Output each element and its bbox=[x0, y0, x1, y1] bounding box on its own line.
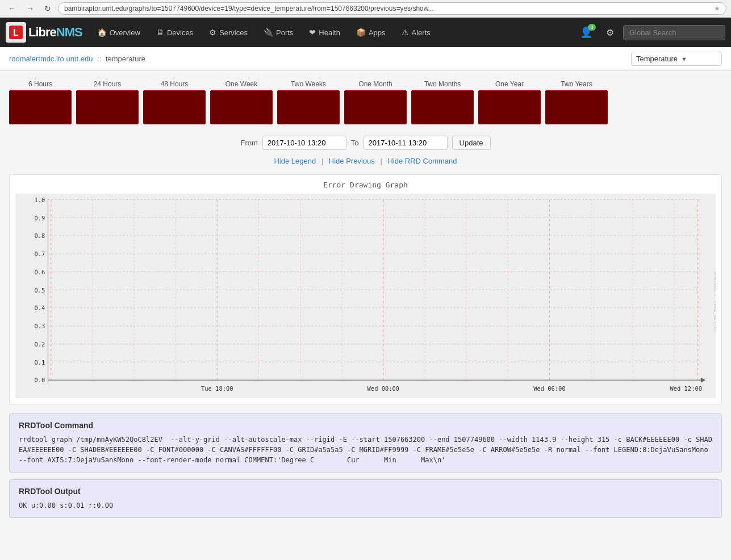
home-icon: 🏠 bbox=[97, 28, 107, 37]
main-content: 6 Hours 24 Hours 48 Hours One Week Two W… bbox=[0, 71, 731, 534]
svg-text:0.1: 0.1 bbox=[34, 359, 45, 366]
from-date-input[interactable] bbox=[262, 136, 346, 150]
nav-services[interactable]: ⚙ Services bbox=[202, 24, 254, 40]
user-badge: 0 bbox=[588, 24, 596, 31]
svg-text:RRDTOOL / TOOL GETTER: RRDTOOL / TOOL GETTER bbox=[713, 271, 716, 333]
rrdtool-output-section: RRDTool Output OK u:0.00 s:0.01 r:0.00 bbox=[9, 479, 722, 518]
from-label: From bbox=[241, 139, 258, 147]
rrdtool-command-section: RRDTool Command rrdtool graph /tmp/mnAyK… bbox=[9, 413, 722, 473]
time-range-label: Two Weeks bbox=[291, 80, 326, 88]
health-icon: ❤ bbox=[309, 28, 316, 37]
global-search-input[interactable] bbox=[623, 25, 725, 40]
nav-ports[interactable]: 🔌 Ports bbox=[257, 24, 300, 40]
time-range-label: Two Months bbox=[424, 80, 461, 88]
hide-previous-link[interactable]: Hide Previous bbox=[329, 157, 375, 165]
time-range-thumb bbox=[210, 90, 273, 124]
time-range-item[interactable]: Two Months bbox=[411, 80, 474, 124]
brand-text: LibreNMS bbox=[28, 25, 82, 40]
graph-title: Error Drawing Graph bbox=[15, 181, 716, 189]
settings-icon-btn[interactable]: ⚙ bbox=[601, 24, 619, 41]
breadcrumb-bar: roomalertmdc.ito.umt.edu :: temperature … bbox=[0, 47, 731, 71]
breadcrumb-separator: :: bbox=[97, 55, 101, 63]
time-range-item[interactable]: 6 Hours bbox=[9, 80, 72, 124]
services-icon: ⚙ bbox=[209, 28, 216, 37]
breadcrumb: roomalertmdc.ito.umt.edu :: temperature bbox=[9, 55, 145, 63]
time-range-item[interactable]: Two Years bbox=[545, 80, 608, 124]
back-button[interactable]: ← bbox=[5, 3, 19, 14]
chevron-down-icon: ▼ bbox=[681, 56, 717, 62]
update-button[interactable]: Update bbox=[452, 136, 491, 150]
svg-text:Wed 00:00: Wed 00:00 bbox=[367, 385, 400, 392]
time-range-item[interactable]: 48 Hours bbox=[143, 80, 206, 124]
dropdown-value: Temperature bbox=[636, 55, 678, 63]
nav-devices[interactable]: 🖥 Devices bbox=[149, 24, 200, 40]
time-range-item[interactable]: One Month bbox=[344, 80, 407, 124]
url-text: bambiraptor.umt.edu/graphs/to=1507749600… bbox=[64, 5, 434, 12]
device-link[interactable]: roomalertmdc.ito.umt.edu bbox=[9, 55, 93, 63]
nav-overview[interactable]: 🏠 Overview bbox=[90, 24, 147, 40]
sep-1: | bbox=[321, 157, 323, 165]
rrdtool-command-heading: RRDTool Command bbox=[19, 421, 712, 430]
svg-text:0.5: 0.5 bbox=[34, 287, 45, 294]
alerts-icon: ⚠ bbox=[402, 28, 409, 37]
breadcrumb-page: temperature bbox=[106, 55, 145, 63]
to-date-input[interactable] bbox=[364, 136, 448, 150]
svg-text:0.9: 0.9 bbox=[34, 215, 45, 222]
rrdtool-output-text: OK u:0.00 s:0.01 r:0.00 bbox=[19, 500, 712, 511]
settings-icon: ⚙ bbox=[606, 28, 614, 37]
svg-text:Tue 18:00: Tue 18:00 bbox=[201, 385, 233, 392]
svg-text:0.0: 0.0 bbox=[34, 377, 45, 383]
svg-text:0.7: 0.7 bbox=[34, 250, 45, 257]
logo-icon: L bbox=[6, 22, 26, 43]
nav-alerts-label: Alerts bbox=[412, 28, 431, 37]
time-range-thumb bbox=[9, 90, 72, 124]
navbar-right: 👤 0 ⚙ bbox=[575, 23, 725, 42]
hide-rrd-link[interactable]: Hide RRD Command bbox=[387, 157, 457, 165]
rrdtool-command-text[interactable]: rrdtool graph /tmp/mnAyKW52QoC8l2EV --al… bbox=[19, 434, 712, 465]
time-range-thumb bbox=[344, 90, 407, 124]
date-range-form: From To Update bbox=[9, 136, 722, 150]
type-dropdown[interactable]: Temperature ▼ bbox=[631, 52, 722, 66]
ports-icon: 🔌 bbox=[264, 28, 273, 37]
bookmark-icon: ★ bbox=[714, 5, 720, 12]
brand-logo[interactable]: L LibreNMS bbox=[6, 22, 82, 43]
time-range-label: 48 Hours bbox=[161, 80, 189, 88]
graph-svg: 1.0 0.9 0.8 0.7 0.6 0.5 0.4 0.3 0.2 0.1 … bbox=[15, 194, 716, 398]
svg-text:Wed 06:00: Wed 06:00 bbox=[533, 385, 566, 392]
graph-area: 1.0 0.9 0.8 0.7 0.6 0.5 0.4 0.3 0.2 0.1 … bbox=[15, 194, 716, 398]
nav-overview-label: Overview bbox=[110, 28, 140, 37]
svg-text:0.6: 0.6 bbox=[34, 269, 45, 275]
to-label: To bbox=[351, 139, 359, 147]
time-range-thumb bbox=[76, 90, 139, 124]
time-range-label: One Year bbox=[495, 80, 524, 88]
time-range-item[interactable]: One Week bbox=[210, 80, 273, 124]
svg-text:0.2: 0.2 bbox=[34, 341, 45, 348]
reload-button[interactable]: ↻ bbox=[41, 3, 55, 14]
time-range-thumb bbox=[411, 90, 474, 124]
nav-alerts[interactable]: ⚠ Alerts bbox=[395, 24, 437, 40]
time-range-item[interactable]: Two Weeks bbox=[277, 80, 340, 124]
time-range-thumb bbox=[277, 90, 340, 124]
nav-apps[interactable]: 📦 Apps bbox=[349, 24, 392, 40]
svg-text:L: L bbox=[13, 28, 19, 37]
nav-health[interactable]: ❤ Health bbox=[302, 24, 347, 40]
svg-rect-2 bbox=[15, 194, 716, 398]
navbar: L LibreNMS 🏠 Overview 🖥 Devices ⚙ Servic… bbox=[0, 18, 731, 47]
time-range-label: One Week bbox=[225, 80, 257, 88]
time-ranges: 6 Hours 24 Hours 48 Hours One Week Two W… bbox=[9, 80, 722, 124]
time-range-item[interactable]: One Year bbox=[478, 80, 541, 124]
nav-apps-label: Apps bbox=[369, 28, 386, 37]
hide-legend-link[interactable]: Hide Legend bbox=[274, 157, 316, 165]
user-icon-btn[interactable]: 👤 0 bbox=[575, 23, 597, 42]
time-range-thumb bbox=[143, 90, 206, 124]
forward-button[interactable]: → bbox=[23, 3, 37, 14]
rrdtool-output-heading: RRDTool Output bbox=[19, 487, 712, 496]
legend-links: Hide Legend | Hide Previous | Hide RRD C… bbox=[9, 157, 722, 165]
time-range-label: 6 Hours bbox=[28, 80, 52, 88]
svg-text:Wed 12:00: Wed 12:00 bbox=[670, 385, 702, 392]
time-range-item[interactable]: 24 Hours bbox=[76, 80, 139, 124]
time-range-thumb bbox=[545, 90, 608, 124]
url-bar[interactable]: bambiraptor.umt.edu/graphs/to=1507749600… bbox=[58, 2, 726, 15]
svg-text:0.3: 0.3 bbox=[34, 323, 45, 329]
devices-icon: 🖥 bbox=[156, 28, 164, 37]
